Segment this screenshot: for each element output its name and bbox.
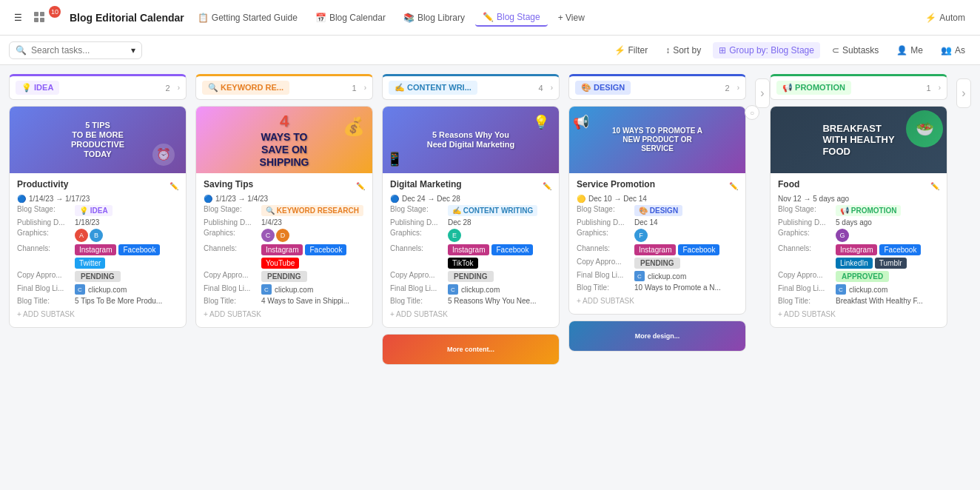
content-chevron[interactable]: › (551, 84, 553, 92)
as-button[interactable]: 👥 As (935, 42, 971, 58)
saving-pubdate: 1/4/23 (261, 218, 282, 226)
food-edit-icon[interactable]: ✏️ (930, 182, 939, 190)
menu-icon[interactable]: ☰ (9, 9, 27, 27)
idea-chevron[interactable]: › (178, 84, 180, 92)
saving-copy-row: Copy Appro... PENDING (204, 271, 365, 282)
library-icon: 📚 (403, 13, 415, 23)
keyword-count: 1 (352, 84, 357, 93)
food-pubdate-label: Publishing D... (778, 218, 831, 226)
card-marketing-body: Digital Marketing ✏️ 🔵 Dec 24 → Dec 28 B… (383, 173, 559, 327)
card-content-preview[interactable]: More content... (382, 334, 560, 365)
food-channels-row: Channels: Instagram Facebook LinkedIn Tu… (778, 244, 939, 269)
saving-edit-icon[interactable]: ✏️ (356, 182, 365, 190)
food-channel-facebook: Facebook (879, 244, 921, 255)
productivity-pubdate-row: Publishing D... 1/18/23 (17, 218, 178, 226)
getting-started-icon: 📋 (198, 13, 209, 23)
scroll-right-arrow[interactable]: › (755, 78, 770, 108)
marketing-link[interactable]: C clickup.com (448, 284, 500, 295)
me-button[interactable]: 👤 Me (890, 42, 929, 58)
promotion-chevron[interactable]: › (939, 84, 941, 92)
card-design-preview[interactable]: More design... (568, 320, 746, 352)
filter-icon: ⚡ (614, 45, 625, 56)
promotion-count: 1 (927, 84, 931, 93)
design-chevron[interactable]: › (737, 84, 739, 92)
channel-instagram: Instagram (75, 244, 116, 255)
food-pubdate-row: Publishing D... 5 days ago (778, 218, 939, 226)
group-button[interactable]: ⊞ Group by: Blog Stage (713, 42, 820, 58)
marketing-graphics-label: Graphics: (390, 229, 443, 237)
keyword-chevron[interactable]: › (364, 84, 366, 92)
saving-graphics-row: Graphics: C D (204, 229, 365, 242)
add-subtask-marketing[interactable]: + ADD SUBTASK (390, 307, 551, 321)
column-header-content: ✍️ CONTENT WRI... 4 › (382, 74, 560, 100)
channel-twitter: Twitter (75, 258, 105, 269)
productivity-pubdate: 1/18/23 (75, 218, 99, 226)
topbar-right: ⚡ Autom (919, 10, 971, 26)
group-label: Group by: Blog Stage (729, 45, 814, 56)
saving-channel-instagram: Instagram (261, 244, 303, 255)
search-icon: 🔍 (16, 45, 27, 56)
search-input[interactable] (31, 45, 127, 56)
grid-icon[interactable] (31, 9, 49, 27)
stage-label: Blog Stage: (17, 205, 70, 213)
card-service[interactable]: 10 WAYS TO PROMOTE ANEW PRODUCT ORSERVIC… (568, 106, 746, 315)
productivity-edit-icon[interactable]: ✏️ (170, 182, 178, 190)
content-preview-image: More content... (383, 335, 559, 364)
stage-icon: ✏️ (483, 12, 494, 22)
saving-blogtitle-label: Blog Title: (204, 297, 257, 305)
marketing-img-text: 5 Reasons Why YouNeed Digital Marketing (424, 127, 518, 152)
card-productivity[interactable]: 5 TIPSTO BE MOREPRODUCTIVETODAY ⏰ Produc… (9, 106, 187, 328)
tab-blog-stage[interactable]: ✏️ Blog Stage (475, 9, 548, 27)
filter-button[interactable]: ⚡ Filter (608, 42, 654, 58)
marketing-pubdate-row: Publishing D... Dec 28 (390, 218, 551, 226)
service-final-row: Final Blog Li... C clickup.com (577, 271, 738, 281)
card-food[interactable]: BREAKFASTWITH HEALTHYFOOD 🥗 Food ✏️ Nov … (770, 106, 947, 328)
tab-getting-started[interactable]: 📋 Getting Started Guide (190, 10, 305, 26)
column-design: 🎨 DESIGN 2 › ○ 10 WAYS TO PROMOTE ANEW P… (568, 74, 746, 481)
service-edit-icon[interactable]: ✏️ (729, 182, 738, 190)
card-marketing[interactable]: 5 Reasons Why YouNeed Digital Marketing … (382, 106, 560, 328)
service-date-flag: 🟡 (577, 195, 585, 203)
final-label: Final Blog Li... (17, 284, 70, 292)
tab-getting-started-label: Getting Started Guide (212, 13, 298, 23)
add-subtask-saving[interactable]: + ADD SUBTASK (204, 307, 365, 321)
productivity-date: 🔵 1/14/23 → 1/17/23 (17, 195, 178, 203)
food-channels-label: Channels: (778, 244, 831, 252)
service-stage-label: Blog Stage: (577, 205, 630, 213)
food-pubdate: 5 days ago (836, 218, 872, 226)
food-channel-tumblr: Tumblr (875, 258, 907, 269)
card-service-body: Service Promotion ✏️ 🟡 Dec 10 → Dec 14 B… (569, 173, 745, 314)
scroll-right-arrow-2[interactable]: › (956, 78, 971, 108)
add-subtask-productivity[interactable]: + ADD SUBTASK (17, 307, 178, 321)
card-saving[interactable]: 4WAYS TOSAVE ONSHIPPING 💰 Saving Tips ✏️… (195, 106, 373, 328)
subtasks-button[interactable]: ⊂ Subtasks (826, 42, 885, 58)
sort-button[interactable]: ↕ Sort by (660, 42, 707, 58)
productivity-link[interactable]: C clickup.com (75, 284, 127, 295)
search-box[interactable]: 🔍 ▾ (9, 41, 142, 59)
tab-blog-calendar[interactable]: 📅 Blog Calendar (308, 10, 393, 26)
blogtitle-label: Blog Title: (17, 297, 70, 305)
marketing-date-flag: 🔵 (390, 195, 399, 203)
add-subtask-food[interactable]: + ADD SUBTASK (778, 307, 939, 321)
productivity-final-row: Final Blog Li... C clickup.com (17, 284, 178, 295)
service-date-text: Dec 10 → Dec 14 (588, 195, 647, 203)
productivity-graphics-row: Graphics: A B (17, 229, 178, 242)
service-link[interactable]: C clickup.com (634, 271, 686, 281)
food-link[interactable]: C clickup.com (836, 284, 887, 295)
auto-button[interactable]: ⚡ Autom (919, 10, 971, 26)
marketing-pubdate-label: Publishing D... (390, 218, 443, 226)
toolbar: 🔍 ▾ ⚡ Filter ↕ Sort by ⊞ Group by: Blog … (0, 36, 980, 65)
add-subtask-service[interactable]: + ADD SUBTASK (577, 294, 738, 308)
tab-blog-library[interactable]: 📚 Blog Library (396, 10, 472, 26)
productivity-blogtitle: 5 Tips To Be More Produ... (75, 297, 162, 305)
service-pubdate-row: Publishing D... Dec 14 (577, 218, 738, 226)
tab-add-view[interactable]: + View (551, 10, 592, 26)
marketing-channels-label: Channels: (390, 244, 443, 252)
card-productivity-image: 5 TIPSTO BE MOREPRODUCTIVETODAY ⏰ (10, 107, 186, 173)
design-options-btn[interactable]: ○ (745, 105, 759, 120)
marketing-edit-icon[interactable]: ✏️ (543, 182, 551, 190)
marketing-final-label: Final Blog Li... (390, 284, 443, 292)
saving-link[interactable]: C clickup.com (261, 284, 313, 295)
service-channels-row: Channels: Instagram Facebook (577, 244, 738, 255)
design-circle-btn[interactable]: ○ (745, 105, 759, 120)
